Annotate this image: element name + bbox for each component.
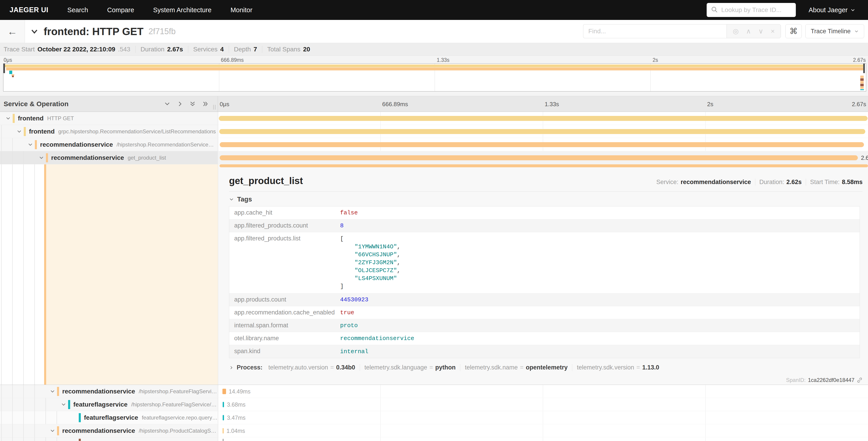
span-timeline-cell[interactable]: 1.04ms [218, 424, 868, 437]
detail-duration-value: 2.62s [786, 179, 802, 186]
trace-meta-bar: Trace Start October 22 2022, 22:10:09.54… [0, 43, 868, 56]
depth-value: 7 [254, 46, 257, 53]
span-expander-chevron-icon[interactable] [27, 142, 34, 147]
span-duration-bar[interactable] [223, 439, 223, 441]
span-service-name: recommendationservice [51, 154, 124, 161]
nav-item-compare[interactable]: Compare [107, 6, 134, 14]
span-name-cell[interactable]: featureflagservice /hipstershop.FeatureF… [0, 398, 218, 411]
span-duration-bar[interactable] [219, 116, 868, 121]
expand-one-icon[interactable] [177, 100, 183, 107]
tag-key: app.recommendation.cache_enabled [229, 306, 340, 319]
span-duration-bar[interactable] [222, 389, 226, 394]
span-duration-bar[interactable] [223, 415, 224, 420]
span-duration-bar[interactable] [223, 428, 223, 434]
span-duration-bar[interactable] [219, 129, 865, 134]
indent-guides [0, 398, 56, 411]
span-expander-chevron-icon[interactable] [49, 389, 56, 394]
detail-divider [229, 191, 863, 192]
search-icon [711, 6, 718, 14]
span-operation-name: /hipstershop.FeatureFlagService/Ge... [131, 401, 218, 408]
span-name-cell[interactable]: recommendationservice /hipstershop.Recom… [0, 138, 218, 151]
process-section[interactable]: Process: telemetry.auto.version=0.34b0 t… [229, 364, 863, 371]
span-name-cell[interactable]: recommendationservice /hipstershop.Featu… [0, 385, 218, 398]
span-row-frontend-http-get[interactable]: frontend HTTP GET [0, 112, 868, 125]
span-duration-label: 3.68ms [227, 401, 246, 408]
keyboard-shortcuts-button[interactable]: ⌘ [785, 24, 802, 38]
find-next-icon[interactable]: ∨ [758, 28, 764, 35]
json-close-bracket: ] [340, 283, 401, 290]
tag-key: span.kind [229, 345, 340, 357]
span-timeline-cell[interactable]: 2.62s [218, 151, 868, 164]
trace-id-lookup-input[interactable]: Lookup by Trace ID... [707, 3, 796, 17]
find-clear-icon[interactable]: × [771, 28, 775, 35]
span-row-frontend-grpc[interactable]: frontend grpc.hipstershop.Recommendation… [0, 125, 868, 138]
tag-row: span.kind internal [229, 345, 860, 358]
trace-collapse-chevron-icon[interactable] [30, 27, 39, 36]
span-name-cell[interactable]: frontend HTTP GET [0, 112, 218, 125]
span-expander-chevron-icon[interactable] [49, 428, 56, 434]
span-timeline-cell[interactable] [218, 112, 868, 125]
span-name-cell[interactable]: recommendationservice /hipstershop.Produ… [0, 424, 218, 437]
services-meta: Services 4 [188, 46, 229, 53]
back-button[interactable]: ← [0, 20, 25, 43]
detail-span-title: get_product_list [229, 175, 303, 186]
span-duration-bar[interactable] [223, 402, 224, 407]
span-timeline-cell[interactable]: 3.47ms [218, 411, 868, 424]
span-name-cell[interactable]: featureflagservice featureflagservice.re… [0, 411, 218, 424]
tag-row: app.products.count 44530923 [229, 293, 860, 306]
span-row-recommendation-productcatalog[interactable]: recommendationservice /hipstershop.Produ… [0, 424, 868, 437]
minimap-left-handle[interactable] [3, 64, 5, 73]
link-icon[interactable] [857, 377, 863, 383]
focus-target-icon[interactable]: ◎ [733, 28, 739, 35]
collapse-all-icon[interactable] [189, 100, 196, 107]
trace-view-selector[interactable]: Trace Timeline [805, 24, 864, 38]
json-comma: , [397, 243, 401, 250]
column-resizer-handle[interactable]: || [213, 104, 216, 110]
service-color-bar [24, 127, 26, 136]
span-name-cell[interactable]: recommendationservice get_product_list [0, 151, 218, 164]
span-name-cell[interactable] [0, 437, 218, 441]
tags-section-toggle[interactable]: Tags [229, 196, 258, 203]
nav-item-system-architecture[interactable]: System Architecture [153, 6, 212, 14]
span-duration-bar[interactable] [220, 142, 864, 147]
span-timeline-cell[interactable]: 3.68ms [218, 398, 868, 411]
span-service-name: recommendationservice [40, 141, 113, 148]
span-expander-chevron-icon[interactable] [5, 116, 11, 121]
span-duration-bar[interactable] [220, 155, 858, 160]
span-expander-chevron-icon[interactable] [38, 155, 45, 160]
jaeger-trace-page: JAEGER UI Search Compare System Architec… [0, 0, 868, 441]
span-duration-label: 1.04ms [226, 428, 245, 434]
json-list-item: "66VCHSJNUP" [354, 251, 397, 258]
span-row-get-product-list[interactable]: recommendationservice get_product_list 2… [0, 151, 868, 164]
collapse-one-icon[interactable] [164, 100, 170, 107]
nav-item-monitor[interactable]: Monitor [230, 6, 252, 14]
span-name-cell[interactable]: frontend grpc.hipstershop.Recommendation… [0, 125, 218, 138]
span-row-partial[interactable] [0, 437, 868, 441]
chevron-down-icon [850, 7, 855, 12]
span-timeline-cell[interactable]: 14.49ms [218, 385, 868, 398]
span-row-recommendation-featureflag[interactable]: recommendationservice /hipstershop.Featu… [0, 385, 868, 398]
span-expander-chevron-icon[interactable] [60, 402, 67, 407]
span-duration-label: 3.47ms [227, 414, 246, 421]
depth-label: Depth [234, 46, 251, 53]
span-row-featureflag-get[interactable]: featureflagservice /hipstershop.FeatureF… [0, 398, 868, 411]
span-timeline-cell[interactable] [218, 138, 868, 151]
span-timeline-cell[interactable] [218, 437, 868, 441]
tag-key: app.products.count [229, 293, 340, 306]
minimap-canvas[interactable] [3, 63, 866, 91]
detail-service-value: recommendationservice [681, 179, 751, 186]
nav-item-search[interactable]: Search [67, 6, 88, 14]
span-expander-chevron-icon[interactable] [16, 129, 23, 134]
about-jaeger-menu[interactable]: About Jaeger [808, 6, 855, 14]
span-row-recommendation-server[interactable]: recommendationservice /hipstershop.Recom… [0, 138, 868, 151]
span-operation-name: get_product_list [128, 155, 166, 161]
span-timeline-cell[interactable] [218, 125, 868, 138]
find-input[interactable] [583, 24, 726, 38]
process-value: python [435, 364, 456, 371]
find-prev-icon[interactable]: ∧ [746, 28, 751, 35]
expand-all-icon[interactable] [202, 100, 209, 107]
service-color-bar [68, 400, 70, 409]
minimap-right-handle[interactable] [863, 64, 865, 73]
span-row-featureflag-repo-query[interactable]: featureflagservice featureflagservice.re… [0, 411, 868, 424]
app-logo[interactable]: JAEGER UI [9, 6, 49, 14]
